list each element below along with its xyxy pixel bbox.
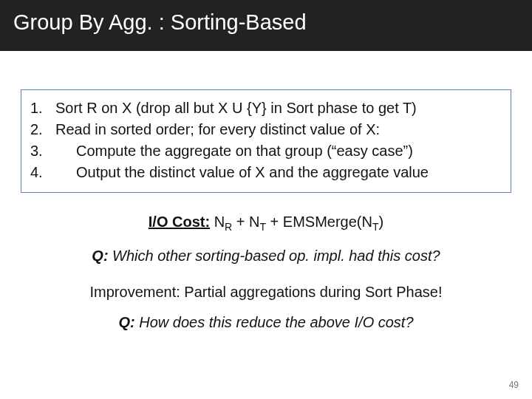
q-text: How does this reduce the above I/O cost? xyxy=(135,314,414,330)
algorithm-step: 4. Output the distinct value of X and th… xyxy=(30,162,502,183)
step-number: 1. xyxy=(30,98,55,119)
step-number: 3. xyxy=(30,140,55,162)
algorithm-step: 2. Read in sorted order; for every disti… xyxy=(30,119,502,140)
io-cost-post: ) xyxy=(379,214,384,230)
step-text: Output the distinct value of X and the a… xyxy=(55,162,502,183)
step-number: 4. xyxy=(30,162,55,183)
step-text: Read in sorted order; for every distinct… xyxy=(55,119,502,140)
page-number: 49 xyxy=(509,380,519,390)
io-cost-mid1: + N xyxy=(232,214,259,230)
q-label: Q: xyxy=(118,314,134,330)
slide-content: 1. Sort R on X (drop all but X U {Y} in … xyxy=(0,51,532,331)
step-text: Sort R on X (drop all but X U {Y} in Sor… xyxy=(55,98,502,119)
io-cost-label: I/O Cost: xyxy=(149,214,210,230)
io-cost-mid2: + EMSMerge(N xyxy=(266,214,372,230)
algorithm-step: 1. Sort R on X (drop all but X U {Y} in … xyxy=(30,98,502,119)
io-cost-sub3: T xyxy=(372,221,379,233)
step-number: 2. xyxy=(30,119,55,140)
io-cost-line: I/O Cost: NR + NT + EMSMerge(NT) xyxy=(21,214,511,233)
question-1: Q: Which other sorting-based op. impl. h… xyxy=(21,248,511,265)
improvement-text: Improvement: Partial aggregations during… xyxy=(90,284,443,300)
algorithm-box: 1. Sort R on X (drop all but X U {Y} in … xyxy=(21,89,511,193)
algorithm-step: 3. Compute the aggregate on that group (… xyxy=(30,140,502,162)
question-2: Q: How does this reduce the above I/O co… xyxy=(21,314,511,331)
io-cost-sub1: R xyxy=(225,221,232,233)
io-cost-pre: N xyxy=(210,214,225,230)
algorithm-list: 1. Sort R on X (drop all but X U {Y} in … xyxy=(30,98,502,183)
q-text: Which other sorting-based op. impl. had … xyxy=(109,248,440,264)
step-text: Compute the aggregate on that group (“ea… xyxy=(55,140,502,162)
slide-title-bar: Group By Agg. : Sorting-Based xyxy=(0,0,532,51)
improvement-line: Improvement: Partial aggregations during… xyxy=(21,284,511,301)
slide-title: Group By Agg. : Sorting-Based xyxy=(13,10,307,34)
io-cost-sub2: T xyxy=(259,221,266,233)
q-label: Q: xyxy=(92,248,108,264)
